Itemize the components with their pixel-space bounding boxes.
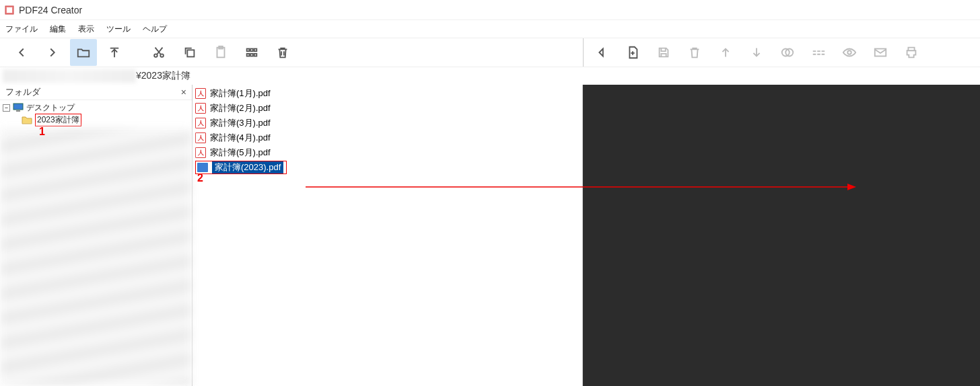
menu-help[interactable]: ヘルプ [143,24,167,35]
file-list: 人 家計簿(1月).pdf 人 家計簿(2月).pdf 人 家計簿(3月).pd… [193,85,583,386]
svg-rect-1 [7,7,12,13]
main: フォルダ × − デスクトップ 2023家計簿 人 家計簿(1月).pdf 人 … [0,85,980,386]
path-blur [3,69,136,83]
print-button[interactable] [900,41,923,64]
pdf-icon: 人 [195,147,206,158]
pdf-icon: 人 [195,103,206,114]
sidebar-close-icon[interactable]: × [181,87,186,98]
merge-button[interactable] [776,41,799,64]
annotation-2: 2 [197,172,203,184]
delete-button[interactable] [269,39,296,66]
titlebar: PDF24 Creator [0,0,980,20]
svg-rect-17 [13,104,23,110]
file-name: 家計簿(1月).pdf [210,87,271,100]
expand-icon[interactable]: − [3,104,10,112]
path-text: ¥2023家計簿 [136,70,190,82]
file-name: 家計簿(5月).pdf [210,147,271,159]
move-down-button[interactable] [745,41,768,64]
toolbar-left [0,39,583,66]
mail-button[interactable] [869,41,892,64]
svg-rect-7 [247,49,250,52]
pdf-icon: 人 [195,88,206,99]
file-item[interactable]: 人 家計簿(3月).pdf [195,116,580,130]
tree-root-label: デスクトップ [26,102,75,114]
svg-rect-4 [187,50,194,56]
up-button[interactable] [101,39,128,66]
file-item[interactable]: 人 家計簿(1月).pdf [195,86,580,101]
menu-edit[interactable]: 編集 [50,24,66,35]
desktop-icon [13,103,24,112]
file-name: 家計簿(3月).pdf [210,117,271,129]
menu-file[interactable]: ファイル [5,24,38,35]
paste-button[interactable] [207,39,234,66]
preview-pane[interactable] [583,85,980,386]
pathbar: ¥2023家計簿 [0,67,980,85]
app-title: PDF24 Creator [19,5,82,15]
svg-rect-9 [254,49,257,52]
selected-file-icon [197,163,208,172]
tree-root[interactable]: − デスクトップ [3,102,189,114]
file-item[interactable]: 人 家計簿(2月).pdf [195,101,580,116]
menu-tools[interactable]: ツール [106,24,131,35]
add-page-button[interactable] [621,41,644,64]
toolbar-right [583,38,980,67]
tree-folder[interactable]: 2023家計簿 [22,114,189,126]
tree-folder-label: 2023家計簿 [35,114,81,126]
svg-rect-11 [250,54,253,56]
menubar: ファイル 編集 表示 ツール ヘルプ [0,20,980,38]
folder-button[interactable] [70,39,97,66]
file-name: 家計簿(2023).pdf [212,161,283,173]
svg-point-3 [160,54,164,57]
svg-point-15 [847,50,851,54]
toolbar [0,38,980,67]
file-name: 家計簿(2月).pdf [210,102,271,114]
svg-rect-8 [250,49,253,52]
pdf-icon: 人 [195,118,206,128]
preview-button[interactable] [838,41,861,64]
menu-view[interactable]: 表示 [78,24,94,35]
move-up-button[interactable] [714,41,737,64]
copy-button[interactable] [176,39,203,66]
file-name: 家計簿(4月).pdf [210,132,271,144]
tree-blur [0,128,192,386]
file-item-selected[interactable]: 家計簿(2023).pdf [195,160,580,175]
file-item[interactable]: 人 家計簿(5月).pdf [195,145,580,160]
app-icon [4,5,15,15]
back-button[interactable] [8,39,35,66]
folder-icon [22,115,32,124]
pdf-icon: 人 [195,132,206,143]
save-button[interactable] [652,41,675,64]
svg-rect-18 [16,110,20,112]
svg-point-2 [154,54,158,57]
sidebar-header: フォルダ × [0,85,192,100]
trash-button[interactable] [683,41,706,64]
grid-view-button[interactable] [238,39,265,66]
cut-button[interactable] [145,39,172,66]
sidebar-title: フォルダ [5,86,40,98]
annotation-1: 1 [39,126,45,138]
sidebar: フォルダ × − デスクトップ 2023家計簿 [0,85,193,386]
collapse-icon[interactable] [590,41,613,64]
svg-rect-10 [247,54,250,56]
redact-button[interactable] [807,41,830,64]
forward-button[interactable] [39,39,66,66]
file-item[interactable]: 人 家計簿(4月).pdf [195,130,580,145]
svg-rect-12 [254,54,257,56]
folder-tree: − デスクトップ 2023家計簿 [0,100,192,386]
